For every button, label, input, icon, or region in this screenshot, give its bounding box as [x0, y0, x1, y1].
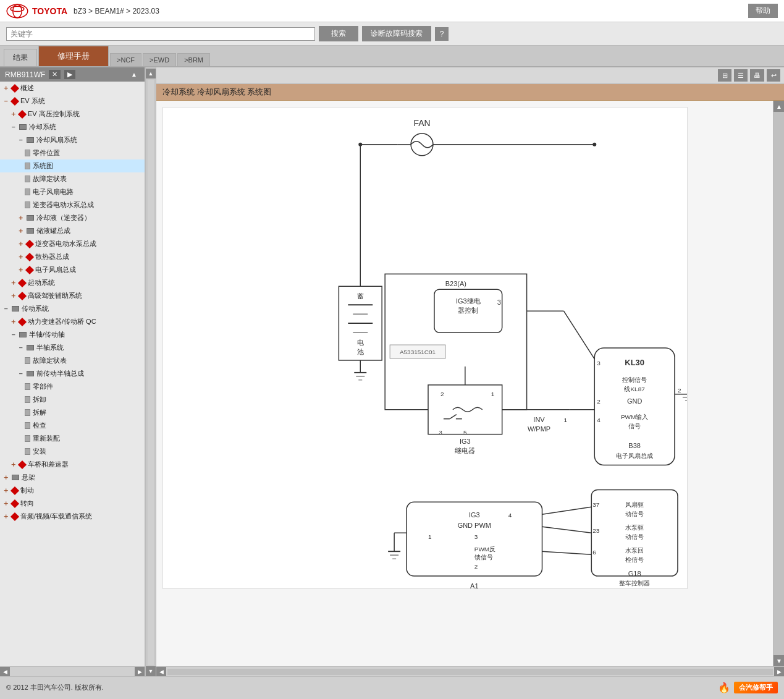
sidebar-expand-button[interactable]: ▶ — [64, 70, 75, 79]
svg-text:控制信号: 控制信号 — [622, 376, 647, 383]
expand-icon: ＋ — [2, 486, 9, 495]
diag-search-button[interactable]: 诊断故障码搜索 — [362, 26, 431, 41]
book-icon — [27, 345, 34, 350]
panel-title: 冷却系统 冷却风扇系统 系统图 — [156, 84, 784, 101]
auto-help-brand: 会汽修帮手 — [734, 682, 778, 693]
print-button[interactable]: 🖶 — [750, 69, 764, 82]
sidebar-label: 悬架 — [22, 473, 35, 482]
sidebar-item-efan[interactable]: ＋ 电子风扇总成 — [0, 263, 145, 276]
sidebar-item-parts2[interactable]: 零部件 — [0, 380, 145, 393]
toyota-icon — [6, 4, 28, 19]
sidebar-scroll-up[interactable]: ▲ — [146, 69, 156, 78]
page-icon — [25, 189, 30, 195]
svg-text:动信号: 动信号 — [625, 510, 644, 517]
sidebar-item-adas[interactable]: ＋ 高级驾驶辅助系统 — [0, 289, 145, 302]
sidebar-item-install[interactable]: 安装 — [0, 445, 145, 458]
sidebar-item-diagram[interactable]: 系统图 — [0, 159, 145, 172]
expand-icon: ＋ — [10, 109, 17, 119]
tab-results[interactable]: 结果 — [4, 49, 37, 66]
sidebar-item-starter[interactable]: ＋ 起动系统 — [0, 276, 145, 289]
help-button[interactable]: 帮助 — [748, 4, 778, 18]
sidebar-item-brake[interactable]: ＋ 制动 — [0, 484, 145, 497]
sidebar-tree: ＋ 概述 － EV 系统 ＋ EV 高压控制系统 － 冷却系统 — [0, 82, 145, 666]
sidebar-item-overview[interactable]: ＋ 概述 — [0, 82, 145, 95]
sidebar-label: 系统图 — [33, 161, 53, 171]
search-button[interactable]: 搜索 — [319, 26, 358, 41]
tab-brm[interactable]: >BRM — [177, 53, 210, 66]
svg-text:3: 3 — [497, 299, 501, 306]
svg-text:W/PMP: W/PMP — [528, 425, 550, 433]
sidebar-item-inspection[interactable]: 检查 — [0, 419, 145, 432]
sidebar-up-button[interactable]: ▲ — [129, 70, 140, 78]
sidebar-label: 音频/视频/车载通信系统 — [20, 512, 92, 521]
sidebar-item-fault2[interactable]: 故障定状表 — [0, 354, 145, 367]
sidebar-item-front-axle[interactable]: － 前传动半轴总成 — [0, 367, 145, 380]
sidebar-scroll-left[interactable]: ◀ — [0, 667, 10, 677]
sidebar-item-fan-circuit[interactable]: 电子风扇电路 — [0, 185, 145, 198]
svg-text:1: 1 — [563, 417, 567, 423]
svg-text:IG3: IG3 — [469, 511, 480, 519]
sidebar-item-av[interactable]: ＋ 音频/视频/车载通信系统 — [0, 510, 145, 523]
tab-manual[interactable]: 修理手册 — [38, 46, 109, 66]
sidebar-item-ev[interactable]: － EV 系统 — [0, 95, 145, 108]
sidebar-close-button[interactable]: ✕ — [49, 70, 61, 79]
back-button[interactable]: ↩ — [767, 69, 780, 82]
svg-text:4: 4 — [597, 417, 601, 423]
toyota-logo: TOYOTA — [6, 4, 67, 19]
header: TOYOTA bZ3 > BEAM1# > 2023.03 帮助 — [0, 0, 784, 22]
sidebar-scroll-right[interactable]: ▶ — [135, 667, 145, 677]
sidebar-item-disassembly[interactable]: 拆解 — [0, 406, 145, 419]
content-scroll-left[interactable]: ◀ — [156, 667, 166, 677]
sidebar-label: 零件位置 — [33, 148, 60, 158]
tab-ncf[interactable]: >NCF — [110, 53, 141, 66]
page-icon — [25, 422, 30, 429]
sidebar-item-suspension[interactable]: ＋ 悬架 — [0, 471, 145, 484]
book-icon — [12, 306, 19, 311]
sidebar-item-coolant[interactable]: ＋ 冷却液（逆变器） — [0, 211, 145, 224]
content-scroll-right[interactable]: ▶ — [774, 667, 784, 677]
sidebar-item-drivetrain[interactable]: － 传动系统 — [0, 302, 145, 315]
scroll-up-button[interactable]: ▲ — [773, 101, 784, 112]
sidebar-item-reservoir[interactable]: ＋ 储液罐总成 — [0, 224, 145, 237]
sidebar-item-ev-hv[interactable]: ＋ EV 高压控制系统 — [0, 108, 145, 121]
expand-icon: ＋ — [2, 512, 9, 521]
sidebar-label: 重新装配 — [33, 434, 60, 443]
sidebar-item-removal[interactable]: 拆卸 — [0, 393, 145, 406]
sidebar-item-transaxle[interactable]: ＋ 动力变速器/传动桥 QC — [0, 315, 145, 328]
svg-text:3: 3 — [439, 429, 442, 436]
sidebar-item-fault[interactable]: 故障定状表 — [0, 172, 145, 185]
footer: © 2012 丰田汽车公司. 版权所有. 🔥 会汽修帮手 — [0, 676, 784, 698]
sidebar-item-steering[interactable]: ＋ 转向 — [0, 497, 145, 510]
sidebar-label: 零部件 — [33, 382, 53, 391]
sidebar-item-differential[interactable]: ＋ 车桥和差速器 — [0, 458, 145, 471]
svg-text:动信号: 动信号 — [625, 533, 644, 540]
sidebar-title: RMB911WF — [5, 70, 45, 79]
sidebar-label: 半轴/传动轴 — [29, 330, 65, 339]
sidebar-item-fan-system[interactable]: － 冷却风扇系统 — [0, 133, 145, 146]
scroll-down-button[interactable]: ▼ — [773, 655, 784, 666]
main-container: RMB911WF ✕ ▶ ▲ ＋ 概述 － EV 系统 — [0, 67, 784, 676]
sidebar-item-axle[interactable]: － 半轴/传动轴 — [0, 328, 145, 341]
sidebar-item-reassembly[interactable]: 重新装配 — [0, 432, 145, 445]
diagram-wrapper: FAN 蓄 电 池 — [156, 101, 784, 666]
svg-text:2: 2 — [678, 387, 681, 394]
sidebar-item-halfshaft[interactable]: － 半轴系统 — [0, 341, 145, 354]
tab-ewd[interactable]: >EWD — [143, 53, 176, 66]
help-icon-button[interactable]: ? — [435, 27, 449, 41]
book-icon — [27, 228, 34, 234]
sidebar-item-parts[interactable]: 零件位置 — [0, 146, 145, 159]
sidebar-item-pump[interactable]: 逆变器电动水泵总成 — [0, 198, 145, 211]
copyright: © 2012 丰田汽车公司. 版权所有. — [6, 683, 104, 692]
folder-icon — [11, 486, 19, 494]
sidebar-item-radiator[interactable]: ＋ 散热器总成 — [0, 250, 145, 263]
view-btn-1[interactable]: ⊞ — [718, 69, 731, 82]
sidebar-item-cooling[interactable]: － 冷却系统 — [0, 121, 145, 133]
svg-text:A1: A1 — [470, 582, 478, 589]
sidebar-item-inv-pump[interactable]: ＋ 逆变器电动水泵总成 — [0, 237, 145, 250]
page-icon — [25, 448, 30, 455]
sidebar-scroll-down[interactable]: ▼ — [146, 666, 156, 676]
search-input[interactable] — [6, 27, 315, 41]
sidebar-label: 转向 — [20, 499, 34, 508]
diagram-area[interactable]: FAN 蓄 电 池 — [156, 101, 773, 666]
view-btn-2[interactable]: ☰ — [734, 69, 748, 82]
